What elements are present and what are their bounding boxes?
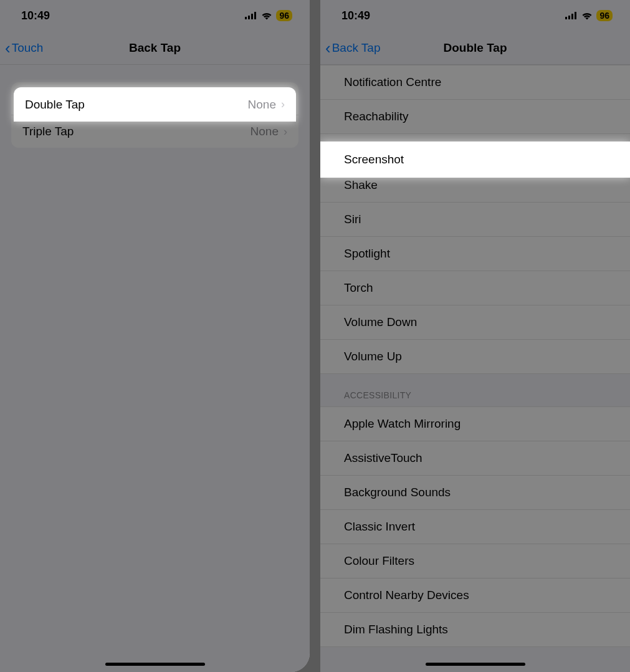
home-indicator[interactable] [105, 663, 205, 666]
row-label: Triple Tap [22, 125, 74, 138]
svg-rect-0 [245, 17, 247, 19]
option-apple-watch-mirroring[interactable]: Apple Watch Mirroring [320, 407, 630, 441]
back-button[interactable]: ‹ Back Tap [325, 40, 380, 56]
highlighted-screenshot-row[interactable]: Screenshot [320, 142, 630, 178]
wifi-icon [581, 12, 593, 20]
row-value: None › [248, 98, 285, 112]
home-indicator[interactable] [426, 663, 525, 666]
option-reachability[interactable]: Reachability [320, 100, 630, 134]
option-control-nearby-devices[interactable]: Control Nearby Devices [320, 578, 630, 613]
accessibility-section: Apple Watch Mirroring AssistiveTouch Bac… [320, 406, 630, 647]
cellular-signal-icon [565, 12, 578, 19]
svg-rect-3 [254, 12, 256, 19]
row-label: Screenshot [344, 153, 404, 166]
option-background-sounds[interactable]: Background Sounds [320, 476, 630, 510]
row-label: Double Tap [25, 98, 85, 112]
back-label: Back Tap [332, 41, 381, 55]
option-siri[interactable]: Siri [320, 203, 630, 237]
page-title: Double Tap [443, 41, 507, 55]
option-classic-invert[interactable]: Classic Invert [320, 510, 630, 544]
chevron-right-icon: › [281, 98, 285, 111]
chevron-left-icon: ‹ [325, 40, 331, 56]
highlighted-double-tap-row[interactable]: Double Tap None › [14, 87, 296, 122]
svg-rect-6 [571, 14, 573, 19]
option-volume-down[interactable]: Volume Down [320, 305, 630, 340]
nav-header: ‹ Back Tap Double Tap [320, 31, 630, 65]
option-notification-centre[interactable]: Notification Centre [320, 65, 630, 100]
cellular-signal-icon [245, 12, 257, 19]
option-spotlight[interactable]: Spotlight [320, 237, 630, 271]
nav-header: ‹ Touch Back Tap [0, 31, 310, 65]
svg-rect-1 [248, 16, 250, 19]
back-button[interactable]: ‹ Touch [5, 40, 43, 56]
svg-rect-7 [575, 12, 576, 19]
status-right: 96 [245, 10, 292, 21]
battery-badge: 96 [596, 10, 613, 21]
chevron-left-icon: ‹ [5, 40, 11, 56]
status-bar: 10:49 96 [320, 0, 630, 31]
left-phone-screen: 10:49 96 ‹ Touch Back Tap Double Tap Non… [0, 0, 310, 672]
back-label: Touch [12, 41, 44, 55]
status-bar: 10:49 96 [0, 0, 310, 31]
wifi-icon [261, 12, 272, 20]
status-right: 96 [565, 10, 613, 21]
status-time: 10:49 [21, 9, 50, 22]
battery-badge: 96 [276, 10, 292, 21]
option-torch[interactable]: Torch [320, 271, 630, 305]
svg-rect-5 [568, 16, 570, 19]
page-title: Back Tap [129, 41, 181, 55]
option-dim-flashing-lights[interactable]: Dim Flashing Lights [320, 613, 630, 647]
row-value: None › [251, 125, 287, 138]
svg-rect-2 [251, 14, 253, 19]
option-volume-up[interactable]: Volume Up [320, 340, 630, 374]
svg-rect-4 [565, 17, 567, 19]
accessibility-header: ACCESSIBILITY [320, 374, 630, 406]
chevron-right-icon: › [284, 125, 287, 138]
option-assistivetouch[interactable]: AssistiveTouch [320, 441, 630, 476]
option-colour-filters[interactable]: Colour Filters [320, 544, 630, 578]
system-section: Notification Centre Reachability Screens… [320, 65, 630, 374]
status-time: 10:49 [341, 9, 370, 22]
right-phone-screen: 10:49 96 ‹ Back Tap Double Tap Notificat… [320, 0, 630, 672]
